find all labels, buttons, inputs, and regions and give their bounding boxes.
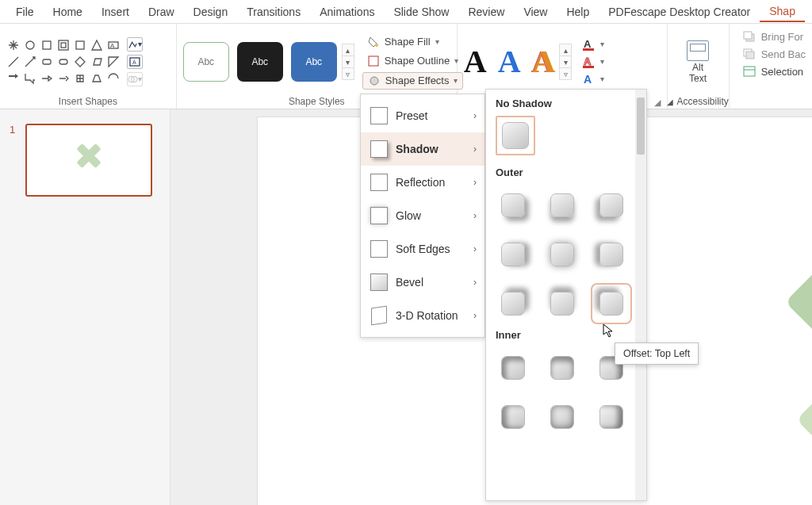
shape-gallery[interactable]: A [6,38,121,86]
wordart-style-3[interactable]: A [532,43,555,80]
gallery-expand-icon[interactable]: ▿ [559,67,572,80]
alt-text-label: Alt Text [689,63,707,83]
gallery-scrollbar[interactable] [635,90,646,500]
effects-bevel[interactable]: Bevel› [361,266,485,299]
menu-animations[interactable]: Animations [310,2,384,21]
text-outline-button[interactable]: A▾ [581,55,604,69]
menu-home[interactable]: Home [44,2,92,21]
style-gallery-spinner[interactable]: ▴ ▾ ▿ [342,44,354,79]
shadow-inner-right[interactable] [594,400,629,434]
chevron-right-icon: › [473,143,477,155]
shadow-inner-top-left[interactable] [496,350,530,385]
bring-forward-button[interactable]: Bring For [742,30,806,43]
shape-outline-button[interactable]: Shape Outline ▾ [362,53,464,69]
edit-shape-button[interactable]: ▾ [127,37,143,52]
wordart-style-2[interactable]: A [498,43,521,80]
chevron-right-icon: › [473,210,477,221]
shadow-outer-offset-bottom-left[interactable] [594,188,629,223]
svg-rect-14 [369,56,378,66]
shadow-inner-left[interactable] [496,400,530,434]
slide-thumbnail-panel: 1 [0,109,170,505]
svg-text:A: A [110,42,115,49]
menu-help[interactable]: Help [557,2,599,21]
slide-thumbnail-1[interactable] [25,124,152,197]
effects-reflection[interactable]: Reflection› [361,166,485,199]
selection-pane-button[interactable]: Selection [742,65,806,78]
shadow-inner-top[interactable] [545,350,580,385]
effects-glow[interactable]: Glow› [361,199,485,232]
menu-review[interactable]: Review [458,2,514,21]
effects-shadow[interactable]: Shadow› [361,132,485,166]
menu-shape-format[interactable]: Shap [760,2,805,22]
alt-text-button[interactable]: Alt Text [680,40,715,83]
shape-effects-button[interactable]: Shape Effects ▾ [362,72,464,90]
style-swatch-2[interactable]: Abc [237,42,283,82]
shadow-outer-offset-right[interactable] [496,237,530,272]
svg-rect-28 [785,251,812,470]
text-effects-button[interactable]: A▾ [581,72,604,86]
shadow-outer-offset-top[interactable] [545,286,580,321]
chevron-right-icon: › [473,310,477,321]
shadow-inner-center[interactable] [545,400,580,434]
text-box-button[interactable]: A [127,55,143,69]
shape-style-gallery[interactable]: Abc Abc Abc [183,42,337,82]
svg-text:A: A [584,38,592,50]
chevron-down-icon[interactable]: ▾ [342,55,354,68]
alt-text-icon [687,40,709,61]
chevron-right-icon: › [473,277,477,288]
gallery-expand-icon[interactable]: ▿ [342,67,354,80]
menu-draw[interactable]: Draw [139,2,184,21]
menu-transitions[interactable]: Transitions [237,2,310,21]
svg-text:A: A [584,73,592,86]
menu-design[interactable]: Design [184,2,238,21]
svg-rect-1 [43,41,51,49]
shape-fill-label: Shape Fill [385,36,431,48]
group-insert-shapes: A ▾ A ▾ Insert Sha [0,24,177,109]
dialog-launcher-icon[interactable]: ◢ [654,98,664,107]
wordart-style-1[interactable]: A [464,43,487,80]
svg-text:A: A [132,59,136,65]
scrollbar-thumb[interactable] [637,98,645,155]
shadow-outer-offset-top-left[interactable] [594,286,629,321]
wordart-gallery-spinner[interactable]: ▴ ▾ ▿ [559,44,572,79]
send-backward-button[interactable]: Send Bac [742,48,806,60]
shape-gallery-side: ▾ A ▾ [127,37,143,86]
shadow-option-none[interactable] [496,116,535,155]
svg-rect-8 [59,59,67,64]
menu-file[interactable]: File [6,2,44,21]
group-label-insert-shapes: Insert Shapes [6,94,170,107]
text-fill-button[interactable]: A▾ [581,37,604,52]
style-swatch-1[interactable]: Abc [183,42,229,82]
menu-slideshow[interactable]: Slide Show [384,2,458,21]
chevron-down-icon[interactable]: ▾ [559,55,572,68]
effects-soft-edges[interactable]: Soft Edges› [361,232,485,266]
shadow-section-none: No Shadow [496,98,637,109]
shadow-outer-offset-center[interactable] [545,237,580,272]
svg-text:A: A [584,55,592,67]
svg-rect-3 [61,43,66,48]
chevron-up-icon[interactable]: ▴ [342,44,354,56]
slide-number: 1 [10,124,15,136]
shadow-outer-offset-top-right[interactable] [496,286,530,321]
svg-rect-19 [583,66,594,68]
shadow-outer-offset-bottom[interactable] [545,188,580,223]
chevron-right-icon: › [473,243,477,254]
shadow-outer-offset-left[interactable] [594,237,629,272]
effects-3d-rotation[interactable]: 3-D Rotation› [361,299,485,332]
effects-preset[interactable]: Preset› [361,99,485,132]
thumbnail-shape-icon [69,136,109,185]
chevron-up-icon[interactable]: ▴ [559,44,572,56]
menu-view[interactable]: View [514,2,557,21]
svg-rect-24 [746,52,754,59]
wordart-gallery[interactable]: A A A [464,43,555,80]
svg-rect-22 [744,32,752,39]
shape-fill-button[interactable]: Shape Fill ▾ [362,34,464,50]
menu-pdfescape[interactable]: PDFescape Desktop Creator [599,2,760,21]
shadow-outer-offset-bottom-right[interactable] [496,188,530,223]
dialog-launcher-icon[interactable]: ◢ [667,98,673,106]
merge-shapes-button[interactable]: ▾ [127,72,143,86]
menu-bar: File Home Insert Draw Design Transitions… [0,0,812,24]
style-swatch-3[interactable]: Abc [291,42,337,82]
menu-insert[interactable]: Insert [92,2,139,21]
selected-shape[interactable] [733,189,812,505]
